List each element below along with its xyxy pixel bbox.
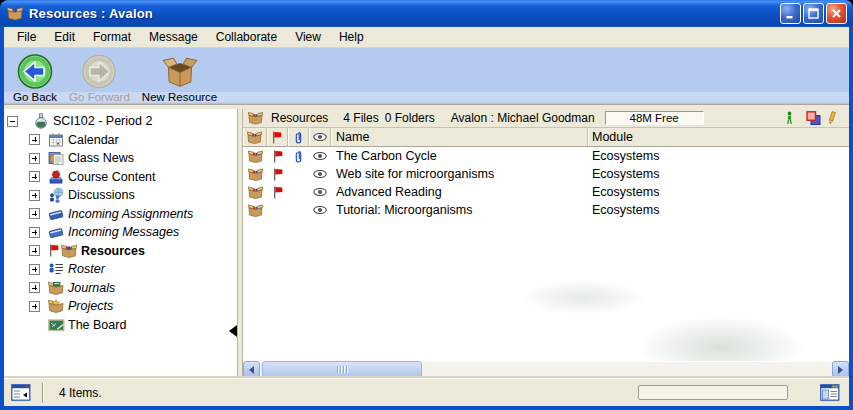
app-box-icon[interactable]	[7, 6, 23, 21]
menu-view[interactable]: View	[286, 28, 330, 46]
column-name[interactable]: Name	[331, 128, 588, 146]
tree-item-class-news[interactable]: Class News	[4, 149, 237, 168]
tree-item-label: Journals	[68, 281, 115, 295]
menu-bar: File Edit Format Message Collaborate Vie…	[4, 27, 849, 48]
box-icon	[248, 168, 263, 181]
eye-icon[interactable]	[313, 151, 327, 161]
menu-format[interactable]: Format	[84, 28, 140, 46]
close-button[interactable]	[826, 3, 847, 24]
scrollbar-thumb[interactable]	[262, 361, 422, 378]
copy-windows-icon[interactable]	[806, 111, 820, 125]
tree-item-projects[interactable]: Projects	[4, 297, 237, 316]
toggle-right-panel-icon[interactable]	[820, 384, 840, 401]
menu-help[interactable]: Help	[330, 28, 373, 46]
tree-item-roster[interactable]: Roster	[4, 260, 237, 279]
tree-item-resources[interactable]: Resources	[4, 242, 237, 261]
roster-list-icon	[48, 261, 64, 277]
tree-item-label: Calendar	[68, 133, 119, 147]
horizontal-scrollbar[interactable]	[243, 361, 849, 378]
file-row-advanced-reading[interactable]: Advanced Reading Ecosystems	[243, 183, 849, 201]
edit-pencil-icon[interactable]	[827, 111, 841, 125]
file-module: Ecosystems	[588, 165, 849, 183]
column-module[interactable]: Module	[588, 128, 849, 146]
attachment-cell	[288, 201, 309, 219]
expand-icon[interactable]	[29, 227, 40, 238]
file-module: Ecosystems	[588, 147, 849, 165]
expand-icon[interactable]	[29, 153, 40, 164]
attachment-cell	[288, 183, 309, 201]
eye-icon[interactable]	[313, 187, 327, 197]
tree-item-calendar[interactable]: Calendar	[4, 131, 237, 150]
file-row-carbon-cycle[interactable]: The Carbon Cycle Ecosystems	[243, 147, 849, 165]
box-icon	[248, 204, 263, 217]
menu-collaborate[interactable]: Collaborate	[207, 28, 286, 46]
calendar-icon	[48, 132, 64, 148]
minimize-button[interactable]	[780, 3, 801, 24]
column-visibility[interactable]	[309, 128, 331, 146]
expand-icon[interactable]	[29, 301, 40, 312]
news-icon	[48, 150, 64, 166]
new-resource-button[interactable]: New Resource	[139, 52, 220, 104]
expand-icon[interactable]	[29, 134, 40, 145]
tree-item-course-root[interactable]: SCI102 - Period 2	[4, 112, 237, 131]
menu-file[interactable]: File	[8, 28, 45, 46]
tree-item-label: Roster	[68, 262, 105, 276]
column-attachment[interactable]	[288, 128, 309, 146]
expand-icon[interactable]	[29, 264, 40, 275]
go-forward-button[interactable]: Go Forward	[66, 52, 133, 104]
go-back-label: Go Back	[13, 91, 57, 103]
menu-edit[interactable]: Edit	[45, 28, 84, 46]
right-arrow-icon	[838, 366, 843, 374]
tree-item-label: The Board	[68, 318, 126, 332]
resources-box-icon	[61, 243, 77, 259]
expand-icon[interactable]	[29, 190, 40, 201]
expand-icon[interactable]	[29, 245, 40, 256]
tree-item-incoming-assignments[interactable]: Incoming Assignments	[4, 205, 237, 224]
scrollbar-track[interactable]	[260, 361, 832, 378]
tree-item-journals[interactable]: Journals	[4, 279, 237, 298]
apple-books-icon	[48, 169, 64, 185]
expand-icon[interactable]	[29, 171, 40, 182]
expand-icon[interactable]	[29, 282, 40, 293]
flag-icon	[273, 186, 283, 199]
eye-icon[interactable]	[313, 205, 327, 215]
title-bar[interactable]: Resources : Avalon	[0, 0, 853, 27]
status-separator	[42, 383, 43, 403]
tree-item-the-board[interactable]: The Board	[4, 316, 237, 335]
forward-arrow-icon	[80, 53, 118, 90]
scroll-right-button[interactable]	[832, 361, 849, 378]
file-name: Web site for microorganisms	[331, 165, 588, 183]
file-row-tutorial[interactable]: Tutorial: Microorganisms Ecosystems	[243, 201, 849, 219]
eye-icon[interactable]	[313, 169, 327, 179]
scroll-left-button[interactable]	[243, 361, 260, 378]
folder-info-bar: Resources 4 Files 0 Folders Avalon : Mic…	[243, 109, 849, 128]
tree-item-course-content[interactable]: Course Content	[4, 168, 237, 187]
flag-cell	[267, 183, 288, 201]
flag-icon	[273, 150, 283, 163]
collapse-icon[interactable]	[7, 116, 18, 127]
column-flag[interactable]	[267, 128, 288, 146]
expand-icon[interactable]	[29, 208, 40, 219]
toggle-left-panel-icon[interactable]	[11, 384, 31, 401]
collapse-panel-arrow-icon[interactable]	[229, 325, 237, 337]
file-row-web-site[interactable]: Web site for microorganisms Ecosystems	[243, 165, 849, 183]
left-arrow-icon	[249, 366, 254, 374]
user-status-icon[interactable]	[785, 111, 799, 125]
visibility-cell	[309, 147, 331, 165]
discussion-people-icon	[48, 187, 64, 203]
background-watermark	[513, 259, 833, 369]
back-arrow-icon	[16, 53, 54, 90]
folder-box-icon	[248, 111, 263, 125]
tree-item-label: Course Content	[68, 170, 156, 184]
tree-item-label: Projects	[68, 299, 113, 313]
maximize-button[interactable]	[803, 3, 824, 24]
eye-column-icon	[313, 132, 327, 142]
tree-item-discussions[interactable]: Discussions	[4, 186, 237, 205]
tree-item-label: Class News	[68, 151, 134, 165]
flag-icon	[273, 168, 283, 181]
column-type[interactable]	[243, 128, 267, 146]
tree-item-incoming-messages[interactable]: Incoming Messages	[4, 223, 237, 242]
new-resource-label: New Resource	[142, 91, 217, 103]
menu-message[interactable]: Message	[140, 28, 207, 46]
go-back-button[interactable]: Go Back	[10, 52, 60, 104]
